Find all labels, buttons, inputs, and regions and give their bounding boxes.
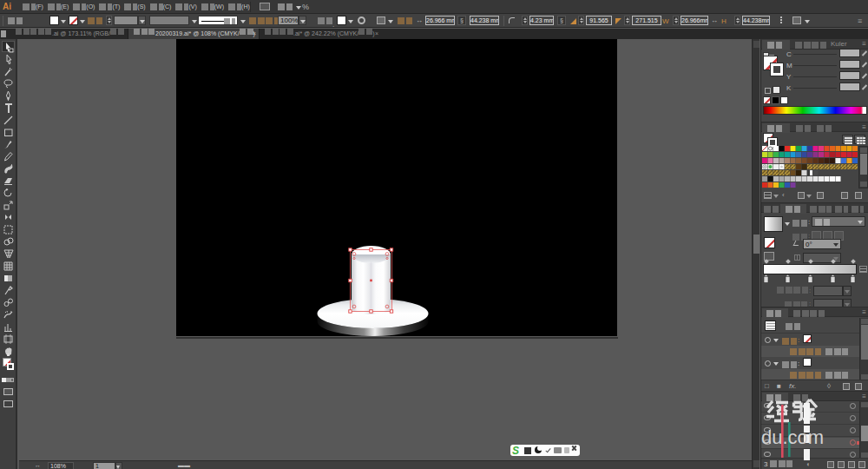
svg-text:du.com: du.com <box>761 426 824 448</box>
